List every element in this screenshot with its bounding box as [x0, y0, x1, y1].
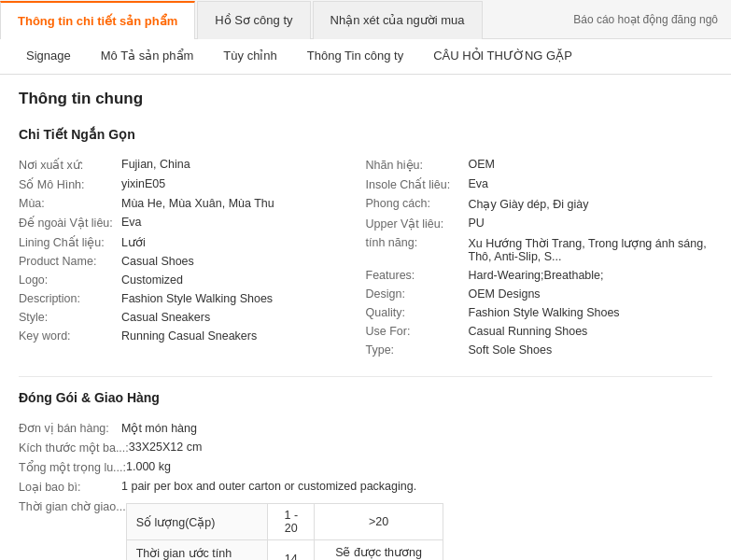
table-row: Số lượng(Cặp) 1 - 20 >20	[126, 504, 443, 540]
detail-row: Lining Chất liệu: Lưới	[19, 232, 366, 252]
table-cell: 14	[268, 540, 315, 561]
table-row: Thời gian ước tính (ngày) 14 Sẽ được thư…	[126, 540, 443, 561]
main-title: Thông tin chung	[19, 90, 712, 114]
detail-row: Upper Vật liêu: PU	[366, 214, 713, 233]
detail-row: Features: Hard-Wearing;Breathable;	[366, 266, 713, 285]
sub-tab-bar: Signage Mô Tả sản phẩm Tùy chỉnh Thông T…	[0, 39, 731, 75]
detail-row: Style: Casual Sneakers	[19, 308, 366, 327]
sub-tab-description[interactable]: Mô Tả sản phẩm	[88, 39, 207, 74]
sub-tab-customize[interactable]: Tùy chỉnh	[210, 39, 289, 74]
detail-row: Key word: Running Casual Sneakers	[19, 327, 366, 345]
sub-tab-signage[interactable]: Signage	[13, 39, 84, 74]
detail-row: Nơi xuất xứ: Fujian, China	[19, 155, 366, 175]
packaging-title: Đóng Gói & Giao Hàng	[19, 390, 712, 409]
delivery-table: Số lượng(Cặp) 1 - 20 >20 Thời gian ước t…	[126, 503, 443, 560]
detail-row: Use For: Casual Running Shoes	[366, 322, 713, 341]
detail-row: Insole Chất liêu: Eva	[366, 175, 713, 194]
detail-row: Phong cách: Chạy Giày dép, Đi giày	[366, 194, 713, 214]
short-details-title: Chi Tiết Ngắn Gọn	[19, 127, 712, 146]
detail-row: Đế ngoài Vật liêu: Eva	[19, 213, 366, 232]
detail-row: Mùa: Mùa He, Mùa Xuân, Mùa Thu	[19, 194, 366, 213]
top-tab-bar: Thông tin chi tiết sản phẩm Hồ Sơ công t…	[0, 0, 731, 39]
detail-row: tính năng: Xu Hướng Thời Trang, Trong lư…	[366, 233, 713, 266]
details-grid: Nơi xuất xứ: Fujian, China Số Mô Hình: y…	[19, 155, 712, 359]
packaging-row: Kích thước một ba...: 33X25X12 cm	[19, 438, 712, 457]
details-right-col: Nhãn hiệu: OEM Insole Chất liêu: Eva Pho…	[366, 155, 713, 359]
sub-tab-faq[interactable]: CÂU HỎI THƯỜNG GẶP	[420, 39, 585, 74]
details-left-col: Nơi xuất xứ: Fujian, China Số Mô Hình: y…	[19, 155, 366, 359]
tab-product-detail[interactable]: Thông tin chi tiết sản phẩm	[0, 1, 195, 39]
detail-row: Design: OEM Designs	[366, 285, 713, 303]
delivery-table-wrapper: Số lượng(Cặp) 1 - 20 >20 Thời gian ước t…	[126, 499, 443, 560]
detail-row: Nhãn hiệu: OEM	[366, 155, 713, 175]
table-cell: Sẽ được thương lượng	[315, 540, 443, 561]
table-cell: 1 - 20	[268, 504, 315, 540]
detail-row: Product Name: Casual Shoes	[19, 252, 366, 271]
packaging-row: Thời gian chờ giao... Số lượng(Cặp) 1 - …	[19, 497, 712, 560]
detail-row: Quality: Fashion Style Walking Shoes	[366, 303, 713, 322]
detail-row: Type: Soft Sole Shoes	[366, 341, 713, 359]
packaging-row: Loại bao bì: 1 pair per box and outer ca…	[19, 477, 712, 497]
tab-buyer-reviews[interactable]: Nhận xét của người mua	[313, 1, 483, 39]
section-divider	[19, 376, 712, 377]
tab-company-profile[interactable]: Hồ Sơ công ty	[197, 1, 310, 39]
table-cell: Thời gian ước tính (ngày)	[126, 540, 267, 561]
detail-row: Logo: Customized	[19, 271, 366, 289]
main-content: Thông tin chung Chi Tiết Ngắn Gọn Nơi xu…	[0, 75, 731, 560]
detail-row: Description: Fashion Style Walking Shoes	[19, 289, 366, 308]
detail-row: Số Mô Hình: yixinE05	[19, 175, 366, 194]
report-link[interactable]: Báo cáo hoạt động đăng ngô	[560, 0, 731, 38]
packaging-row: Tổng một trọng lu...: 1.000 kg	[19, 457, 712, 477]
table-cell: >20	[315, 504, 443, 540]
sub-tab-company-info[interactable]: Thông Tin công ty	[294, 39, 416, 74]
packaging-row: Đơn vị bán hàng: Một món hàng	[19, 418, 712, 438]
table-cell: Số lượng(Cặp)	[126, 504, 267, 540]
